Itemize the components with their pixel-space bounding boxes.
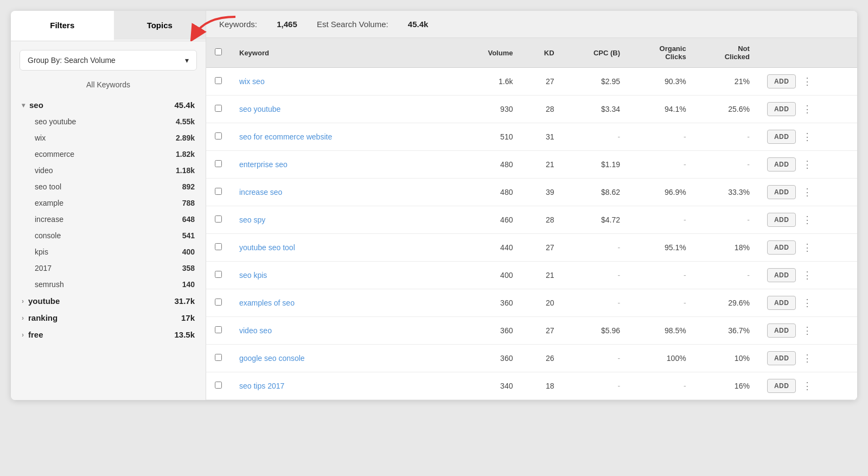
child-count: 358 xyxy=(182,264,195,272)
add-button-7[interactable]: ADD xyxy=(767,268,796,282)
row-checkbox-2[interactable] xyxy=(215,132,222,139)
add-button-8[interactable]: ADD xyxy=(767,296,796,310)
row-checkbox-7[interactable] xyxy=(215,271,222,278)
cpc-cell: $2.95 xyxy=(563,68,629,96)
row-checkbox-10[interactable] xyxy=(215,354,222,361)
sidebar-item-seo[interactable]: ▾ seo 45.4k xyxy=(11,97,206,113)
more-button-5[interactable]: ⋮ xyxy=(799,213,815,227)
not-clicked-cell: 36.7% xyxy=(695,317,758,345)
add-button-3[interactable]: ADD xyxy=(767,157,796,172)
sidebar-item-child-seo-youtube[interactable]: seo youtube 4.55k xyxy=(11,113,206,130)
not-clicked-cell: - xyxy=(695,206,758,234)
keyword-cell[interactable]: seo spy xyxy=(231,206,458,234)
add-button-1[interactable]: ADD xyxy=(767,102,796,116)
row-checkbox-8[interactable] xyxy=(215,299,222,306)
more-button-11[interactable]: ⋮ xyxy=(799,379,815,393)
sidebar-item-youtube[interactable]: › youtube 31.7k xyxy=(11,293,206,309)
more-button-6[interactable]: ⋮ xyxy=(799,240,815,255)
row-checkbox-11[interactable] xyxy=(215,382,222,389)
more-button-9[interactable]: ⋮ xyxy=(799,323,815,338)
row-checkbox-3[interactable] xyxy=(215,160,222,167)
keyword-cell[interactable]: wix seo xyxy=(231,68,458,96)
volume-cell: 510 xyxy=(458,123,522,151)
add-button-2[interactable]: ADD xyxy=(767,130,796,144)
more-button-8[interactable]: ⋮ xyxy=(799,296,815,310)
more-button-4[interactable]: ⋮ xyxy=(799,185,815,199)
est-search-value: 45.4k xyxy=(408,20,429,29)
sidebar-item-child-2017[interactable]: 2017 358 xyxy=(11,260,206,276)
cpc-cell: - xyxy=(563,345,629,372)
keyword-cell[interactable]: enterprise seo xyxy=(231,151,458,179)
child-label: seo youtube xyxy=(35,117,176,126)
row-checkbox-1[interactable] xyxy=(215,105,222,112)
row-checkbox-cell xyxy=(206,262,231,289)
action-cell: ADD ⋮ xyxy=(758,96,857,123)
keyword-cell[interactable]: seo youtube xyxy=(231,96,458,123)
row-checkbox-9[interactable] xyxy=(215,326,222,333)
sidebar-item-child-ecommerce[interactable]: ecommerce 1.82k xyxy=(11,146,206,162)
more-button-7[interactable]: ⋮ xyxy=(799,268,815,282)
table-row: video seo 360 27 $5.96 98.5% 36.7% ADD ⋮ xyxy=(206,317,857,345)
row-checkbox-5[interactable] xyxy=(215,215,222,223)
table-row: seo kpis 400 21 - - - ADD ⋮ xyxy=(206,262,857,289)
add-button-5[interactable]: ADD xyxy=(767,213,796,227)
row-checkbox-6[interactable] xyxy=(215,243,222,250)
add-button-11[interactable]: ADD xyxy=(767,379,796,393)
organic-clicks-cell: 96.9% xyxy=(629,179,695,206)
more-button-0[interactable]: ⋮ xyxy=(799,74,815,88)
topic-count: 31.7k xyxy=(174,296,195,306)
keyword-cell[interactable]: examples of seo xyxy=(231,289,458,317)
action-cell: ADD ⋮ xyxy=(758,317,857,345)
child-count: 4.55k xyxy=(176,117,195,126)
chevron-icon: › xyxy=(22,314,24,322)
all-keywords-label[interactable]: All Keywords xyxy=(11,75,206,94)
row-checkbox-4[interactable] xyxy=(215,188,222,195)
action-cell: ADD ⋮ xyxy=(758,179,857,206)
keyword-cell[interactable]: google seo console xyxy=(231,345,458,372)
group-by-select[interactable]: Group By: Search Volume ▾ xyxy=(20,50,197,71)
select-all-checkbox[interactable] xyxy=(215,48,222,55)
keyword-cell[interactable]: increase seo xyxy=(231,179,458,206)
action-cell: ADD ⋮ xyxy=(758,206,857,234)
more-button-10[interactable]: ⋮ xyxy=(799,351,815,365)
kd-cell: 26 xyxy=(521,345,563,372)
sidebar-item-child-console[interactable]: console 541 xyxy=(11,227,206,244)
more-button-1[interactable]: ⋮ xyxy=(799,102,815,116)
action-cell: ADD ⋮ xyxy=(758,262,857,289)
more-button-3[interactable]: ⋮ xyxy=(799,157,815,172)
volume-cell: 360 xyxy=(458,289,522,317)
volume-cell: 440 xyxy=(458,234,522,262)
table-row: seo spy 460 28 $4.72 - - ADD ⋮ xyxy=(206,206,857,234)
sidebar-item-free[interactable]: › free 13.5k xyxy=(11,326,206,343)
action-cell: ADD ⋮ xyxy=(758,372,857,400)
tab-topics[interactable]: Topics xyxy=(114,11,206,40)
kd-cell: 20 xyxy=(521,289,563,317)
add-button-4[interactable]: ADD xyxy=(767,185,796,199)
keyword-cell[interactable]: seo kpis xyxy=(231,262,458,289)
sidebar-item-child-seo-tool[interactable]: seo tool 892 xyxy=(11,179,206,195)
add-button-10[interactable]: ADD xyxy=(767,351,796,365)
table-header-row: Keyword Volume KD CPC (B) OrganicClicks … xyxy=(206,38,857,68)
th-checkbox xyxy=(206,38,231,68)
kd-cell: 28 xyxy=(521,206,563,234)
sidebar-item-child-kpis[interactable]: kpis 400 xyxy=(11,244,206,260)
not-clicked-cell: - xyxy=(695,123,758,151)
keyword-cell[interactable]: seo for ecommerce website xyxy=(231,123,458,151)
sidebar-item-child-increase[interactable]: increase 648 xyxy=(11,211,206,227)
sidebar-item-child-wix[interactable]: wix 2.89k xyxy=(11,130,206,146)
row-checkbox-0[interactable] xyxy=(215,77,222,84)
sidebar-item-child-video[interactable]: video 1.18k xyxy=(11,162,206,179)
add-button-9[interactable]: ADD xyxy=(767,323,796,338)
keyword-cell[interactable]: video seo xyxy=(231,317,458,345)
add-button-6[interactable]: ADD xyxy=(767,240,796,255)
tab-filters[interactable]: Filters xyxy=(11,11,114,41)
more-button-2[interactable]: ⋮ xyxy=(799,130,815,144)
row-checkbox-cell xyxy=(206,345,231,372)
sidebar-item-child-semrush[interactable]: semrush 140 xyxy=(11,276,206,293)
add-button-0[interactable]: ADD xyxy=(767,74,796,88)
sidebar-item-child-example[interactable]: example 788 xyxy=(11,195,206,211)
keyword-cell[interactable]: youtube seo tool xyxy=(231,234,458,262)
keyword-cell[interactable]: seo tips 2017 xyxy=(231,372,458,400)
row-checkbox-cell xyxy=(206,68,231,96)
sidebar-item-ranking[interactable]: › ranking 17k xyxy=(11,309,206,326)
